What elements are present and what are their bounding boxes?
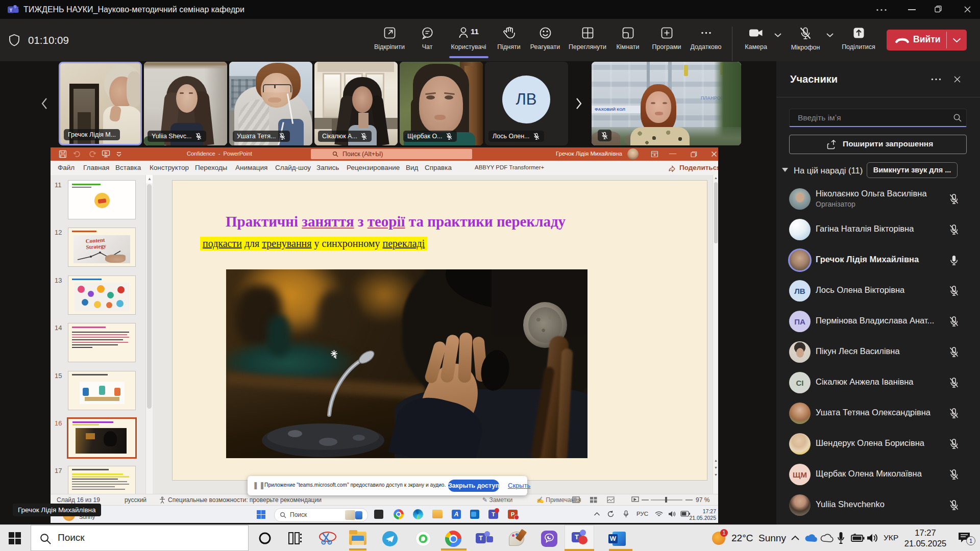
svg-text:11: 11 — [471, 27, 479, 36]
svg-text:T: T — [10, 7, 13, 13]
